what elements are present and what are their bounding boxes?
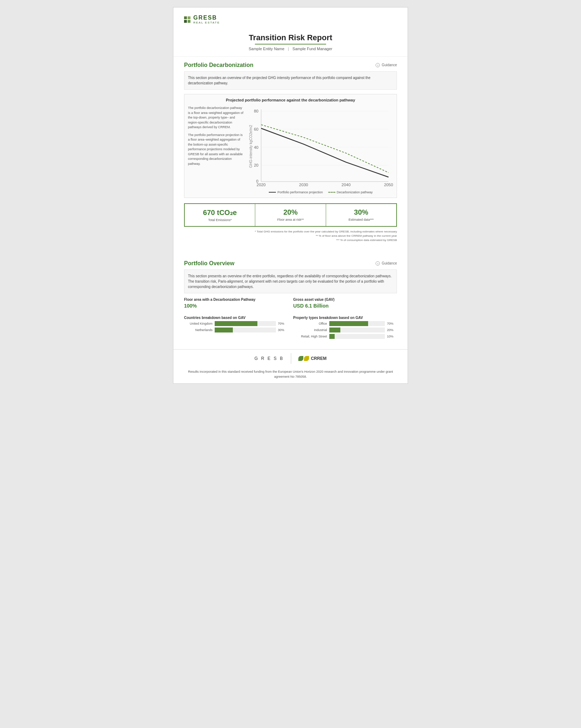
metric-estimated: 30% Estimated data*** [326, 204, 396, 226]
floor-area-value: 20% [257, 208, 324, 216]
crrem-leaves [298, 356, 309, 361]
countries-chart: United Kingdom 70% Netherlands 30% [184, 321, 288, 332]
chart-note-1: The portfolio decarbonization pathway is… [188, 106, 245, 130]
legend-dashed-line [328, 192, 335, 193]
property-label: Property types breakdown based on GAV [293, 316, 397, 320]
logo-sq-2 [188, 16, 190, 19]
netherlands-pct: 30% [278, 328, 288, 332]
uk-bar-row: United Kingdom 70% [184, 321, 288, 326]
uk-fill [215, 321, 257, 326]
office-label: Office [293, 322, 327, 325]
entity-name: Sample Entity Name [248, 47, 284, 51]
chart-graph: 80 60 40 20 0 2020 [248, 106, 393, 194]
chart-note-2: The portfolio performance projection is … [188, 133, 245, 167]
overview-description: This section presents an overview of the… [184, 269, 397, 293]
emissions-value: 670 tCO₂e [187, 208, 253, 217]
legend-solid-line [269, 192, 276, 193]
retail-fill [329, 334, 335, 339]
gresb-logo-squares [184, 16, 190, 23]
footer-gresb-label: G R E S B [255, 356, 284, 361]
gav-item-value: USD 6.1 Billion [293, 303, 397, 309]
decarbonization-guidance[interactable]: i Guidance [376, 63, 397, 67]
overview-guidance[interactable]: i Guidance [376, 261, 397, 266]
floor-area-label: Floor area at risk** [257, 218, 324, 221]
legend-pathway-label: Decarbonization pathway [337, 190, 373, 194]
logo-re-text: REAL ESTATE [193, 21, 220, 24]
header: GRESB REAL ESTATE Transition Risk Report… [173, 7, 408, 57]
report-subtitle: Sample Entity Name | Sample Fund Manager [184, 47, 397, 51]
main-content: Portfolio Decarbonization i Guidance Thi… [173, 57, 408, 346]
overview-breakdown-grid: Countries breakdown based on GAV United … [184, 316, 397, 340]
logo-sq-1 [184, 16, 187, 19]
netherlands-fill [215, 328, 233, 332]
overview-section-header: Portfolio Overview i Guidance [184, 260, 397, 267]
subtitle-divider: | [288, 47, 289, 51]
industrial-pct: 20% [387, 328, 397, 332]
svg-text:GHG-intensity kgCO2e/m2: GHG-intensity kgCO2e/m2 [249, 125, 253, 168]
title-underline [255, 44, 326, 44]
legend-projection: Portfolio performance projection [269, 190, 323, 194]
overview-title: Portfolio Overview [184, 260, 234, 267]
floor-area-item: Floor area with a Decarbonzation Pathway… [184, 298, 288, 311]
crrem-leaf-green [298, 356, 303, 361]
industrial-label: Industrial [293, 328, 327, 332]
report-title-section: Transition Risk Report Sample Entity Nam… [184, 30, 397, 53]
crrem-leaf-yellow [304, 356, 309, 361]
retail-label: Retail, High Street [293, 335, 327, 338]
overview-guidance-icon: i [376, 261, 380, 266]
svg-text:2030: 2030 [299, 183, 308, 187]
legend-pathway: Decarbonization pathway [328, 190, 373, 194]
floor-area-item-value: 100% [184, 303, 288, 309]
report-page: GRESB REAL ESTATE Transition Risk Report… [173, 7, 408, 384]
svg-text:40: 40 [254, 145, 258, 150]
svg-text:20: 20 [254, 163, 258, 167]
footnote-3: *** % of consumption data estimated by G… [184, 238, 397, 242]
svg-text:2040: 2040 [341, 183, 350, 187]
logo-sq-4 [188, 20, 190, 23]
footer: G R E S B CRREM [173, 349, 408, 367]
office-fill [329, 321, 368, 326]
metrics-bar: 670 tCO₂e Total Emissions* 20% Floor are… [184, 203, 397, 227]
svg-text:2050: 2050 [384, 183, 393, 187]
estimated-value: 30% [328, 208, 394, 216]
chart-title: Projected portfolio performance against … [188, 98, 393, 102]
emissions-label: Total Emissions* [187, 218, 253, 222]
countries-label: Countries breakdown based on GAV [184, 316, 288, 320]
decarbonization-description: This section provides an overview of the… [184, 71, 397, 90]
office-track [329, 321, 385, 326]
metric-footnotes: * Total GHG emissions for the portfolio … [184, 230, 397, 242]
uk-track [215, 321, 276, 326]
svg-text:2020: 2020 [257, 183, 266, 187]
office-pct: 70% [387, 322, 397, 325]
gav-item-label: Gross asset value (GAV) [293, 298, 397, 302]
footer-crrem: CRREM [298, 356, 326, 361]
fund-manager: Sample Fund Manager [293, 47, 333, 51]
svg-text:80: 80 [254, 109, 258, 113]
footnote-2: ** % of floor area above the CRREM pathw… [184, 234, 397, 238]
footer-note: Results incorporated in this standard re… [173, 367, 408, 383]
logo-gresb-text: GRESB [193, 15, 220, 21]
industrial-fill [329, 328, 340, 332]
svg-text:60: 60 [254, 127, 258, 131]
estimated-label: Estimated data*** [328, 218, 394, 221]
overview-grid: Floor area with a Decarbonzation Pathway… [184, 298, 397, 311]
decarbonization-section-header: Portfolio Decarbonization i Guidance [184, 62, 397, 68]
line-chart-svg: 80 60 40 20 0 2020 [248, 106, 393, 187]
decarbonization-title: Portfolio Decarbonization [184, 62, 253, 68]
gav-item: Gross asset value (GAV) USD 6.1 Billion [293, 298, 397, 311]
industrial-track [329, 328, 385, 332]
countries-breakdown: Countries breakdown based on GAV United … [184, 316, 288, 340]
logo-sq-3 [184, 20, 187, 23]
retail-bar-row: Retail, High Street 10% [293, 334, 397, 339]
netherlands-bar-row: Netherlands 30% [184, 328, 288, 332]
retail-pct: 10% [387, 335, 397, 338]
section-divider [184, 250, 397, 257]
netherlands-label: Netherlands [184, 328, 213, 332]
property-chart: Office 70% Industrial 20% [293, 321, 397, 339]
chart-container: The portfolio decarbonization pathway is… [188, 106, 393, 194]
uk-pct: 70% [278, 322, 288, 325]
property-breakdown: Property types breakdown based on GAV Of… [293, 316, 397, 340]
footer-divider [291, 353, 291, 364]
chart-notes: The portfolio decarbonization pathway is… [188, 106, 245, 194]
retail-track [329, 334, 385, 339]
